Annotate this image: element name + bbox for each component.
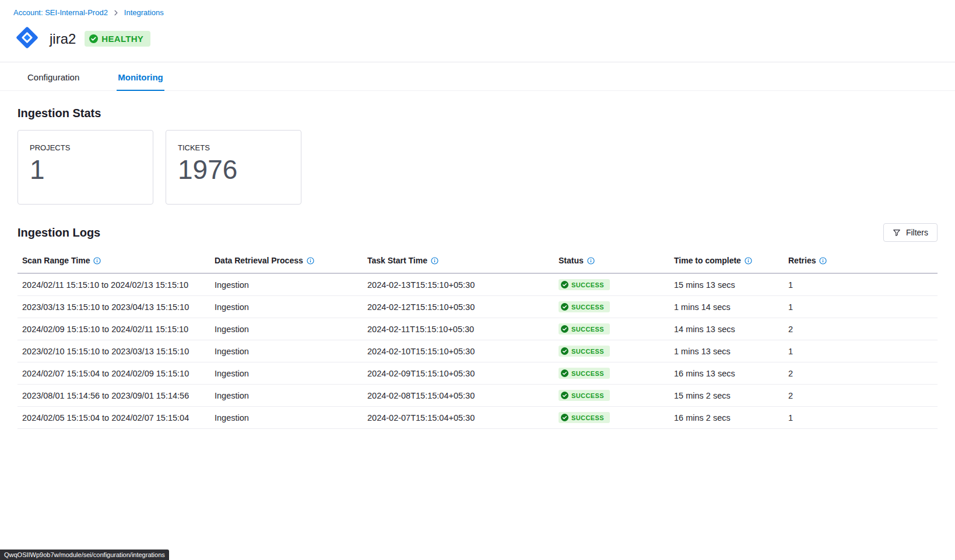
col-header-time-to-complete: Time to complete xyxy=(669,250,784,273)
table-header-row: Scan Range Time Data Retrieval Process T… xyxy=(17,250,938,273)
table-row[interactable]: 2024/02/07 15:15:04 to 2024/02/09 15:15:… xyxy=(17,362,938,385)
process-cell: Ingestion xyxy=(210,318,363,340)
time-to-complete-cell: 16 mins 13 secs xyxy=(669,362,784,385)
time-to-complete-cell: 15 mins 2 secs xyxy=(669,385,784,407)
col-header-scan-range: Scan Range Time xyxy=(17,250,210,273)
success-badge: SUCCESS xyxy=(559,390,610,401)
success-badge: SUCCESS xyxy=(559,346,610,357)
page-header: Account: SEI-Internal-Prod2 Integrations… xyxy=(0,0,955,62)
task-start-cell: 2024-02-07T15:15:04+05:30 xyxy=(363,407,554,429)
ingestion-logs-table: Scan Range Time Data Retrieval Process T… xyxy=(17,250,938,429)
process-cell: Ingestion xyxy=(210,273,363,296)
process-cell: Ingestion xyxy=(210,296,363,318)
task-start-cell: 2024-02-12T15:15:10+05:30 xyxy=(363,296,554,318)
check-circle-icon xyxy=(561,414,568,421)
table-row[interactable]: 2023/08/01 15:14:56 to 2023/09/01 15:14:… xyxy=(17,385,938,407)
success-badge: SUCCESS xyxy=(559,279,610,290)
table-row[interactable]: 2023/03/13 15:15:10 to 2023/04/13 15:15:… xyxy=(17,296,938,318)
integration-monitoring-page: Account: SEI-Internal-Prod2 Integrations… xyxy=(0,0,955,560)
process-cell: Ingestion xyxy=(210,362,363,385)
scan-range-cell: 2023/03/13 15:15:10 to 2023/04/13 15:15:… xyxy=(17,296,210,318)
ingestion-stats-title: Ingestion Stats xyxy=(17,107,938,120)
col-header-retries: Retries xyxy=(784,250,938,273)
retries-cell: 1 xyxy=(784,273,938,296)
process-cell: Ingestion xyxy=(210,340,363,362)
task-start-cell: 2024-02-11T15:15:10+05:30 xyxy=(363,318,554,340)
success-badge: SUCCESS xyxy=(559,368,610,379)
check-circle-icon xyxy=(561,369,568,377)
ingestion-logs-title: Ingestion Logs xyxy=(17,226,100,240)
retries-cell: 2 xyxy=(784,385,938,407)
status-cell: SUCCESS xyxy=(554,318,669,340)
table-row[interactable]: 2024/02/09 15:15:10 to 2024/02/11 15:15:… xyxy=(17,318,938,340)
chevron-right-icon xyxy=(113,10,119,16)
info-icon[interactable] xyxy=(587,257,595,265)
scan-range-cell: 2023/02/10 15:15:10 to 2023/03/13 15:15:… xyxy=(17,340,210,362)
success-badge: SUCCESS xyxy=(559,412,610,423)
status-cell: SUCCESS xyxy=(554,296,669,318)
status-cell: SUCCESS xyxy=(554,362,669,385)
time-to-complete-cell: 1 mins 13 secs xyxy=(669,340,784,362)
status-cell: SUCCESS xyxy=(554,407,669,429)
main-content: Ingestion Stats PROJECTS 1 TICKETS 1976 … xyxy=(0,107,955,429)
col-header-status: Status xyxy=(554,250,669,273)
tab-monitoring[interactable]: Monitoring xyxy=(117,62,164,91)
retries-cell: 1 xyxy=(784,296,938,318)
info-icon[interactable] xyxy=(307,257,314,265)
ingestion-logs-header: Ingestion Logs Filters xyxy=(17,223,938,242)
status-cell: SUCCESS xyxy=(554,340,669,362)
stat-label: PROJECTS xyxy=(30,143,141,152)
check-circle-icon xyxy=(561,281,568,288)
retries-cell: 2 xyxy=(784,318,938,340)
success-badge: SUCCESS xyxy=(559,301,610,312)
tickets-stat-card: TICKETS 1976 xyxy=(166,130,301,205)
col-header-process: Data Retrieval Process xyxy=(210,250,363,273)
table-row[interactable]: 2023/02/10 15:15:10 to 2023/03/13 15:15:… xyxy=(17,340,938,362)
check-circle-icon xyxy=(561,347,568,355)
breadcrumb-account-link[interactable]: Account: SEI-Internal-Prod2 xyxy=(13,8,108,17)
breadcrumb-integrations-link[interactable]: Integrations xyxy=(124,8,164,17)
retries-cell: 1 xyxy=(784,407,938,429)
time-to-complete-cell: 14 mins 13 secs xyxy=(669,318,784,340)
task-start-cell: 2024-02-09T15:15:10+05:30 xyxy=(363,362,554,385)
retries-cell: 1 xyxy=(784,340,938,362)
stat-value: 1976 xyxy=(178,154,289,185)
tab-bar: Configuration Monitoring xyxy=(0,62,955,91)
check-circle-icon xyxy=(561,392,568,399)
task-start-cell: 2024-02-13T15:15:10+05:30 xyxy=(363,273,554,296)
task-start-cell: 2024-02-08T15:15:04+05:30 xyxy=(363,385,554,407)
status-cell: SUCCESS xyxy=(554,273,669,296)
filters-button[interactable]: Filters xyxy=(883,223,938,242)
process-cell: Ingestion xyxy=(210,385,363,407)
jira-logo-icon xyxy=(13,24,41,54)
tab-configuration[interactable]: Configuration xyxy=(26,62,80,90)
task-start-cell: 2024-02-10T15:15:10+05:30 xyxy=(363,340,554,362)
check-circle-icon xyxy=(561,325,568,333)
info-icon[interactable] xyxy=(431,257,438,265)
filter-icon xyxy=(893,228,901,237)
status-badge: HEALTHY xyxy=(85,31,150,47)
link-preview-statusbar: QwqOSIIWp9ob7w/module/sei/configuration/… xyxy=(0,550,169,560)
info-icon[interactable] xyxy=(745,257,752,265)
scan-range-cell: 2024/02/09 15:15:10 to 2024/02/11 15:15:… xyxy=(17,318,210,340)
stats-cards: PROJECTS 1 TICKETS 1976 xyxy=(17,130,938,205)
scan-range-cell: 2023/08/01 15:14:56 to 2023/09/01 15:14:… xyxy=(17,385,210,407)
stat-label: TICKETS xyxy=(178,143,289,152)
check-circle-icon xyxy=(89,34,98,43)
status-cell: SUCCESS xyxy=(554,385,669,407)
check-circle-icon xyxy=(561,303,568,311)
scan-range-cell: 2024/02/11 15:15:10 to 2024/02/13 15:15:… xyxy=(17,273,210,296)
success-badge: SUCCESS xyxy=(559,323,610,334)
time-to-complete-cell: 16 mins 2 secs xyxy=(669,407,784,429)
table-row[interactable]: 2024/02/11 15:15:10 to 2024/02/13 15:15:… xyxy=(17,273,938,296)
scan-range-cell: 2024/02/05 15:15:04 to 2024/02/07 15:15:… xyxy=(17,407,210,429)
breadcrumb: Account: SEI-Internal-Prod2 Integrations xyxy=(13,8,955,17)
time-to-complete-cell: 1 mins 14 secs xyxy=(669,296,784,318)
info-icon[interactable] xyxy=(819,257,827,265)
col-header-task-start: Task Start Time xyxy=(363,250,554,273)
table-row[interactable]: 2024/02/05 15:15:04 to 2024/02/07 15:15:… xyxy=(17,407,938,429)
process-cell: Ingestion xyxy=(210,407,363,429)
integration-title-row: jira2 HEALTHY xyxy=(13,24,955,54)
info-icon[interactable] xyxy=(93,257,101,265)
time-to-complete-cell: 15 mins 13 secs xyxy=(669,273,784,296)
